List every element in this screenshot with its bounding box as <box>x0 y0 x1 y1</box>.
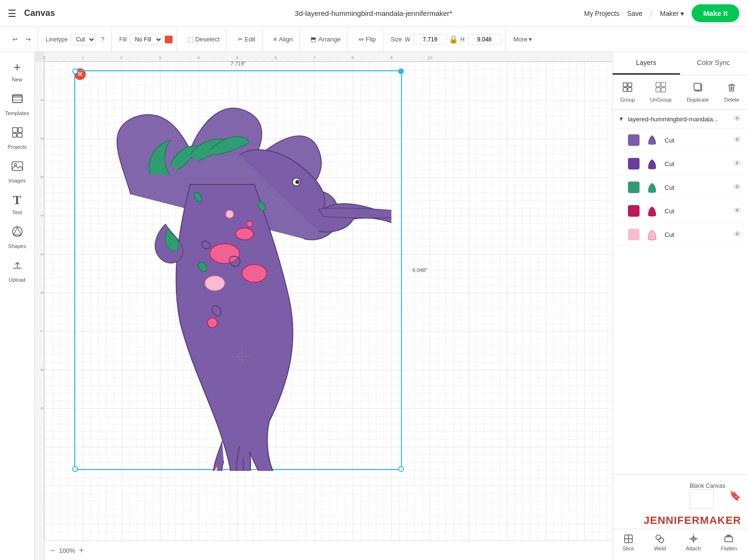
layer-thumb-3 <box>644 180 660 195</box>
menu-icon[interactable]: ☰ <box>8 8 16 19</box>
layer-row[interactable]: Cut 👁 <box>613 129 747 152</box>
weld-button[interactable]: Weld <box>650 532 670 553</box>
layer-thumb-5 <box>644 227 660 242</box>
layer-eye-4[interactable]: 👁 <box>734 207 741 215</box>
svg-rect-26 <box>623 88 627 91</box>
svg-rect-5 <box>18 128 22 132</box>
text-icon: T <box>13 193 21 208</box>
svg-point-23 <box>238 352 246 360</box>
undo-button[interactable]: ↩ <box>10 34 21 45</box>
svg-rect-25 <box>628 83 632 87</box>
sidebar-item-text[interactable]: T Text <box>2 189 33 219</box>
svg-rect-1 <box>13 95 22 98</box>
sidebar-item-templates[interactable]: Templates <box>2 88 33 120</box>
svg-point-20 <box>295 180 299 184</box>
new-icon: + <box>13 60 21 75</box>
align-button[interactable]: ≡ Align <box>270 34 296 45</box>
ruler-mark-v-9: 9 <box>39 407 44 409</box>
ruler-mark-6: 6 <box>274 55 277 60</box>
layer-group-name: layered-hummingbird-mandala... <box>628 116 730 123</box>
app-brand: Canvas <box>24 8 55 18</box>
layer-row[interactable]: Cut 👁 <box>613 152 747 176</box>
ungroup-button[interactable]: UnGroup <box>646 80 676 104</box>
layer-eye-3[interactable]: 👁 <box>734 183 741 192</box>
left-sidebar: + New Templates <box>0 52 35 560</box>
handle-bottom-left[interactable] <box>72 466 78 472</box>
svg-point-38 <box>659 538 664 543</box>
flatten-label: Flatten <box>721 546 737 551</box>
ruler-mark-5: 5 <box>236 55 238 60</box>
sidebar-item-upload[interactable]: Upload <box>2 255 33 287</box>
width-input[interactable] <box>413 34 447 45</box>
ruler-mark-9: 9 <box>390 55 392 60</box>
sidebar-item-shapes[interactable]: Shapes <box>2 221 33 253</box>
ruler-mark-1: 1 <box>81 55 84 60</box>
bottom-tools: Slice Weld <box>613 529 747 556</box>
layer-row[interactable]: Cut 👁 <box>613 199 747 223</box>
size-group: Size W 🔒 H <box>387 27 506 52</box>
group-button[interactable]: Group <box>616 80 639 104</box>
sidebar-item-label-templates: Templates <box>5 110 29 116</box>
svg-point-13 <box>236 228 253 240</box>
deselect-icon: ⬚ <box>187 36 193 43</box>
slice-button[interactable]: Slice <box>619 532 638 553</box>
delete-icon <box>726 82 737 95</box>
layer-group-header[interactable]: ▼ layered-hummingbird-mandala... 👁 <box>613 110 747 129</box>
ruler-mark-v-3: 3 <box>39 176 44 178</box>
zoom-bar: − 100% + <box>44 541 612 560</box>
canvas-area[interactable]: 0 1 2 3 4 5 6 7 8 9 10 1 2 3 4 5 6 7 8 9… <box>35 52 612 560</box>
delete-button[interactable]: Delete <box>720 80 743 104</box>
zoom-out-button[interactable]: − <box>50 546 55 556</box>
layer-row[interactable]: Cut 👁 <box>613 223 747 247</box>
layer-group-eye-icon[interactable]: 👁 <box>734 115 741 123</box>
layer-row[interactable]: Cut 👁 <box>613 176 747 199</box>
handle-top-right[interactable] <box>398 68 404 74</box>
ruler-mark-0: 0 <box>43 55 45 60</box>
divider: | <box>650 9 652 18</box>
ruler-mark-3: 3 <box>159 55 161 60</box>
duplicate-button[interactable]: Duplicate <box>683 80 713 104</box>
svg-marker-11 <box>13 227 21 235</box>
attach-button[interactable]: Attach <box>682 532 705 553</box>
svg-rect-7 <box>17 133 22 137</box>
ruler-mark-4: 4 <box>197 55 200 60</box>
sidebar-item-new[interactable]: + New <box>2 56 33 86</box>
maker-button[interactable]: Maker ▾ <box>660 10 684 17</box>
sidebar-item-projects[interactable]: Projects <box>2 122 33 154</box>
flip-button[interactable]: ⇔ Flip <box>356 34 379 45</box>
save-button[interactable]: Save <box>627 10 642 17</box>
edit-icon: ✂ <box>238 36 243 43</box>
make-it-button[interactable]: Make It <box>692 4 739 22</box>
delete-selection-button[interactable]: ✕ <box>74 68 86 80</box>
align-icon: ≡ <box>273 36 277 43</box>
handle-bottom-right[interactable] <box>398 466 404 472</box>
right-panel: Layers Color Sync Group <box>612 52 747 560</box>
undo-icon: ↩ <box>13 36 18 43</box>
canvas-grid[interactable]: ✕ 7.719" 9.048" <box>44 62 612 541</box>
svg-rect-4 <box>13 128 17 132</box>
layer-name-1: Cut <box>665 137 729 144</box>
linetype-help-button[interactable]: ? <box>98 34 107 45</box>
deselect-button[interactable]: ⬚ Deselect <box>185 34 223 45</box>
flatten-button[interactable]: Flatten <box>717 532 741 553</box>
svg-rect-33 <box>694 83 701 90</box>
height-input[interactable] <box>467 34 501 45</box>
layer-eye-2[interactable]: 👁 <box>734 159 741 168</box>
tab-layers[interactable]: Layers <box>613 52 680 75</box>
svg-point-19 <box>293 178 300 186</box>
ruler-mark-7: 7 <box>313 55 315 60</box>
redo-button[interactable]: ↪ <box>23 34 34 45</box>
sidebar-item-images[interactable]: Images <box>2 156 33 187</box>
tab-color-sync[interactable]: Color Sync <box>680 52 747 75</box>
fill-select[interactable]: No Fill <box>130 34 163 45</box>
linetype-select[interactable]: Cut <box>70 34 96 45</box>
more-button[interactable]: More ▾ <box>509 34 536 45</box>
layer-eye-5[interactable]: 👁 <box>734 230 741 239</box>
arrange-button[interactable]: ⬒ Arrange <box>307 34 343 45</box>
linetype-label: Linetype <box>46 36 67 43</box>
layer-eye-1[interactable]: 👁 <box>734 136 741 144</box>
my-projects-button[interactable]: My Projects <box>584 10 619 17</box>
zoom-in-button[interactable]: + <box>79 546 84 556</box>
shapes-icon <box>11 225 24 241</box>
edit-button[interactable]: ✂ Edit <box>235 34 258 45</box>
